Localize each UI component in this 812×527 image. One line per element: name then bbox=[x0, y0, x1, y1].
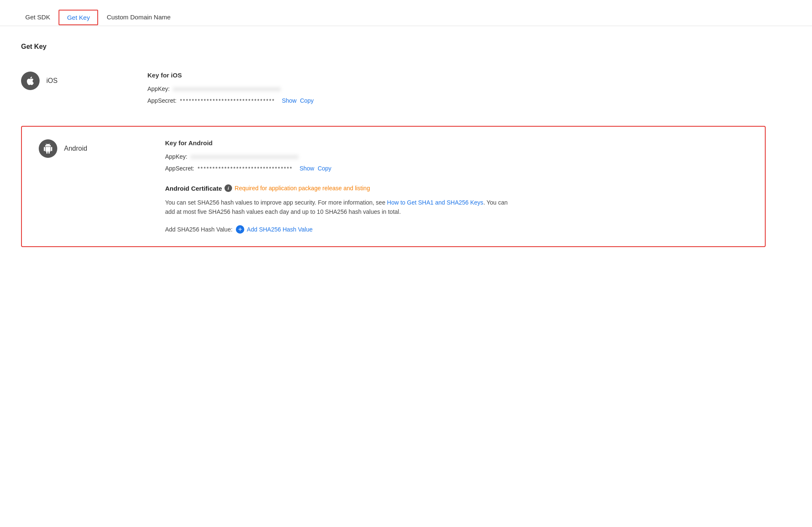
ios-platform-name: iOS bbox=[46, 77, 58, 85]
page-container: Get SDK Get Key Custom Domain Name Get K… bbox=[0, 0, 812, 527]
android-appsecret-label: AppSecret: bbox=[165, 165, 194, 172]
ios-show-button[interactable]: Show bbox=[282, 97, 296, 104]
ios-key-title: Key for iOS bbox=[147, 72, 766, 79]
android-key-title: Key for Android bbox=[165, 139, 748, 146]
required-text: Required for application package release… bbox=[235, 185, 370, 192]
ios-platform-left: iOS bbox=[21, 72, 147, 90]
android-icon bbox=[39, 139, 57, 158]
android-copy-button[interactable]: Copy bbox=[318, 165, 331, 172]
android-appkey-value: xxxxxxxxxxxxxxxxxxxxxxxxxxxxxxxx bbox=[191, 153, 299, 160]
android-platform-left: Android bbox=[39, 139, 165, 158]
ios-icon bbox=[21, 72, 40, 90]
add-sha-label: Add SHA256 Hash Value: bbox=[165, 226, 232, 233]
tab-custom-domain[interactable]: Custom Domain Name bbox=[98, 8, 179, 26]
android-appsecret-row: AppSecret: *****************************… bbox=[165, 165, 748, 172]
android-show-button[interactable]: Show bbox=[299, 165, 314, 172]
certificate-description: You can set SHA256 hash values to improv… bbox=[165, 198, 510, 217]
ios-details: Key for iOS AppKey: xxxxxxxxxxxxxxxxxxxx… bbox=[147, 72, 766, 109]
android-appkey-label: AppKey: bbox=[165, 153, 187, 160]
tab-get-key[interactable]: Get Key bbox=[59, 10, 98, 25]
cert-desc-part1: You can set SHA256 hash values to improv… bbox=[165, 199, 387, 206]
sha-keys-link[interactable]: How to Get SHA1 and SHA256 Keys bbox=[387, 199, 483, 206]
ios-appkey-value: xxxxxxxxxxxxxxxxxxxxxxxxxxxxxxxx bbox=[173, 85, 281, 92]
ios-appsecret-stars: ******************************** bbox=[180, 98, 275, 104]
main-content: Get Key iOS Key for iOS AppKey: xxxxxxxx… bbox=[0, 26, 812, 264]
tab-bar: Get SDK Get Key Custom Domain Name bbox=[0, 0, 812, 26]
section-title: Get Key bbox=[21, 43, 791, 51]
info-icon: i bbox=[224, 184, 232, 192]
add-sha-button[interactable]: + Add SHA256 Hash Value bbox=[236, 225, 313, 234]
certificate-title-text: Android Certificate bbox=[165, 185, 222, 192]
tab-get-sdk[interactable]: Get SDK bbox=[17, 8, 59, 26]
android-appkey-row: AppKey: xxxxxxxxxxxxxxxxxxxxxxxxxxxxxxxx bbox=[165, 153, 748, 160]
add-sha-row: Add SHA256 Hash Value: + Add SHA256 Hash… bbox=[165, 225, 748, 234]
plus-circle-icon: + bbox=[236, 225, 244, 234]
android-appsecret-stars: ******************************** bbox=[198, 165, 293, 172]
android-details: Key for Android AppKey: xxxxxxxxxxxxxxxx… bbox=[165, 139, 748, 234]
ios-copy-button[interactable]: Copy bbox=[300, 97, 314, 104]
add-sha-link-text: Add SHA256 Hash Value bbox=[247, 226, 313, 233]
ios-appsecret-row: AppSecret: *****************************… bbox=[147, 97, 766, 104]
ios-appkey-row: AppKey: xxxxxxxxxxxxxxxxxxxxxxxxxxxxxxxx bbox=[147, 85, 766, 92]
ios-section: iOS Key for iOS AppKey: xxxxxxxxxxxxxxxx… bbox=[21, 63, 766, 122]
certificate-section: Android Certificate i Required for appli… bbox=[165, 184, 748, 234]
android-platform-name: Android bbox=[64, 145, 87, 152]
android-box: Android Key for Android AppKey: xxxxxxxx… bbox=[21, 126, 766, 247]
android-platform-row: Android Key for Android AppKey: xxxxxxxx… bbox=[39, 139, 748, 234]
certificate-title: Android Certificate i Required for appli… bbox=[165, 184, 370, 192]
ios-appsecret-label: AppSecret: bbox=[147, 97, 176, 104]
ios-appkey-label: AppKey: bbox=[147, 85, 170, 92]
